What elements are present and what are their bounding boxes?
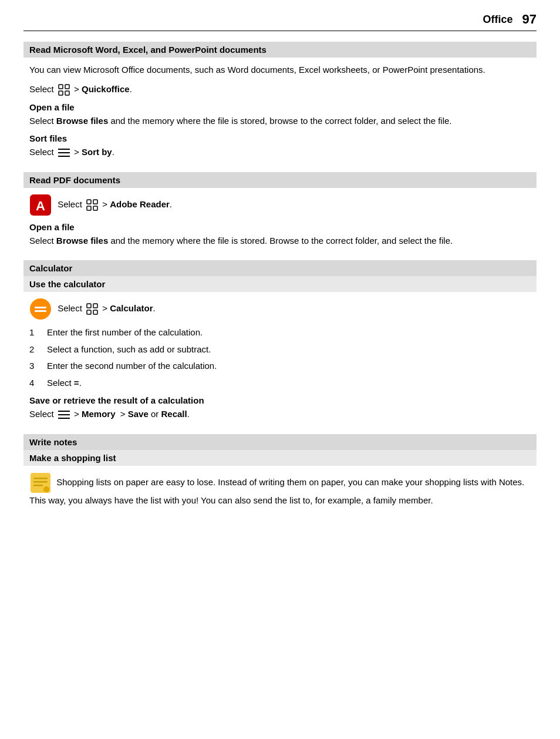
select-arrow-calc: > — [102, 303, 110, 313]
section-body-notes: Shopping lists on paper are easy to lose… — [23, 466, 537, 508]
select-text-calc: Select — [58, 303, 85, 313]
section-header-ms-office: Read Microsoft Word, Excel, and PowerPoi… — [23, 42, 537, 58]
svg-rect-25 — [33, 481, 48, 483]
svg-rect-9 — [87, 200, 91, 204]
svg-point-27 — [43, 486, 49, 492]
apps-icon-calc — [86, 303, 99, 315]
svg-rect-15 — [35, 310, 46, 312]
step-num-4: 4 — [29, 377, 47, 390]
section-calculator: Calculator Use the calculator Select — [23, 260, 537, 421]
section-header-notes: Write notes — [23, 434, 537, 450]
recall-bold: Recall — [161, 409, 187, 419]
calculator-label: Calculator — [110, 303, 153, 313]
step-num-3: 3 — [29, 360, 47, 373]
svg-rect-0 — [59, 85, 63, 89]
apps-icon-1 — [58, 83, 70, 96]
section-ms-office: Read Microsoft Word, Excel, and PowerPoi… — [23, 42, 537, 159]
browse-files-bold-2: Browse files — [56, 236, 108, 246]
page-number: 97 — [522, 12, 537, 27]
quickoffice-label: Quickoffice — [82, 84, 130, 94]
open-file-body-1: Select Browse files and the memory where… — [29, 115, 531, 128]
page: Office 97 Read Microsoft Word, Excel, an… — [0, 0, 560, 543]
step-text-1: Enter the first number of the calculatio… — [47, 326, 203, 340]
adobe-reader-label: Adobe Reader — [110, 199, 170, 209]
sort-by-label: Sort by — [82, 147, 112, 157]
svg-rect-17 — [93, 304, 97, 308]
step-text-3: Enter the second number of the calculati… — [47, 360, 217, 373]
memory-bold: Memory — [82, 409, 116, 419]
step-num-1: 1 — [29, 326, 47, 340]
section-header-pdf: Read PDF documents — [23, 172, 537, 188]
ms-office-select-line: Select > Quickoffice. — [29, 83, 531, 96]
save-retrieve-body: Select > Memory > Save or Recall. — [29, 408, 531, 421]
svg-rect-18 — [87, 310, 91, 314]
section-pdf: Read PDF documents A Select — [23, 172, 537, 248]
svg-rect-1 — [65, 85, 69, 89]
step-3: 3 Enter the second number of the calcula… — [29, 360, 531, 373]
save-bold: Save — [128, 409, 149, 419]
sort-files-heading: Sort files — [29, 133, 531, 143]
page-header: Office 97 — [23, 12, 537, 31]
section-header-notes-label: Write notes — [29, 437, 77, 447]
select-text-1: Select — [29, 84, 56, 94]
svg-rect-24 — [33, 478, 48, 479]
adobe-reader-icon: A — [29, 194, 52, 216]
open-file-heading-2: Open a file — [29, 222, 531, 232]
calculator-icon — [29, 298, 52, 320]
browse-files-bold-1: Browse files — [56, 116, 108, 126]
menu-icon-1 — [58, 147, 70, 158]
svg-rect-2 — [59, 91, 63, 95]
calculator-steps: 1 Enter the first number of the calculat… — [29, 326, 531, 389]
section-subheader-calculator: Use the calculator — [23, 276, 537, 292]
svg-text:A: A — [36, 199, 45, 213]
sort-files-body: Select > Sort by. — [29, 146, 531, 159]
step-4: 4 Select =. — [29, 377, 531, 390]
select-text-pdf: Select — [58, 199, 85, 209]
open-file-body-2: Select Browse files and the memory where… — [29, 234, 531, 248]
calculator-select-line: Select > Calculator. — [29, 298, 531, 320]
step-1: 1 Enter the first number of the calculat… — [29, 326, 531, 340]
notes-body-text: Shopping lists on paper are easy to lose… — [29, 477, 524, 505]
open-file-heading-1: Open a file — [29, 102, 531, 112]
svg-rect-11 — [87, 206, 91, 210]
apps-icon-pdf — [86, 199, 99, 211]
section-notes: Write notes Make a shopping list Shoppin… — [23, 434, 537, 508]
svg-point-13 — [30, 298, 51, 320]
section-header-pdf-label: Read PDF documents — [29, 175, 120, 185]
svg-rect-19 — [93, 310, 97, 314]
step-2: 2 Select a function, such as add or subt… — [29, 343, 531, 357]
section-body-pdf: A Select > Adobe Reader. Open a file — [23, 188, 537, 248]
svg-rect-3 — [65, 91, 69, 95]
section-subheader-notes: Make a shopping list — [23, 450, 537, 466]
pdf-select-line: A Select > Adobe Reader. — [29, 194, 531, 216]
step-text-4: Select =. — [47, 377, 82, 390]
notes-icon — [29, 472, 52, 494]
section-body-calculator: Select > Calculator. 1 Enter the first n… — [23, 292, 537, 421]
menu-icon-2 — [58, 409, 70, 420]
section-header-calculator-label: Calculator — [29, 263, 72, 273]
section-body-ms-office: You can view Microsoft Office documents,… — [23, 58, 537, 159]
step-text-2: Select a function, such as add or subtra… — [47, 343, 211, 357]
ms-office-intro: You can view Microsoft Office documents,… — [29, 63, 531, 77]
section-header-ms-office-label: Read Microsoft Word, Excel, and PowerPoi… — [29, 45, 266, 55]
svg-rect-26 — [33, 485, 43, 486]
svg-rect-12 — [93, 206, 97, 210]
or-text: or — [151, 409, 158, 419]
page-title: Office — [483, 14, 513, 26]
svg-rect-14 — [35, 307, 46, 308]
notes-body: Shopping lists on paper are easy to lose… — [29, 472, 531, 508]
section-header-calculator: Calculator — [23, 260, 537, 276]
save-retrieve-heading: Save or retrieve the result of a calcula… — [29, 395, 531, 405]
svg-rect-10 — [93, 200, 97, 204]
section-subheader-notes-label: Make a shopping list — [29, 453, 116, 463]
svg-rect-16 — [87, 304, 91, 308]
select-arrow-1: > — [74, 84, 82, 94]
select-arrow-pdf: > — [102, 199, 110, 209]
section-subheader-calculator-label: Use the calculator — [29, 279, 105, 289]
step-num-2: 2 — [29, 343, 47, 357]
